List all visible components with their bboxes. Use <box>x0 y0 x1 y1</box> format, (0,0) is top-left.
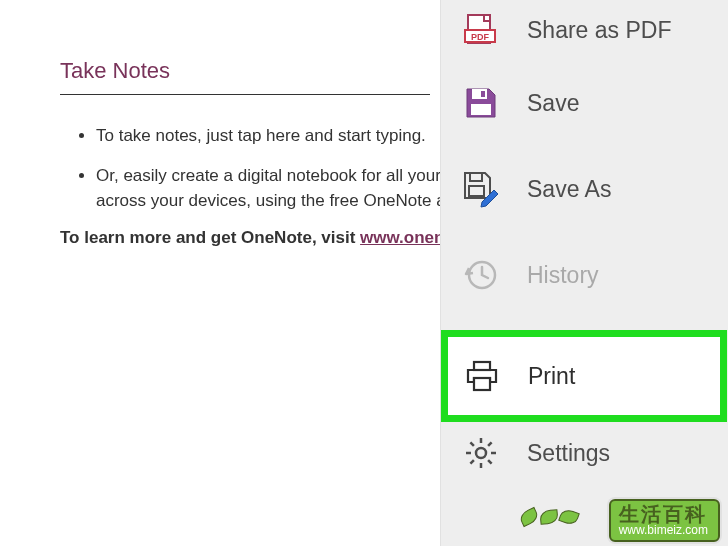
menu-item-label: Save As <box>527 176 728 203</box>
save-as-icon <box>461 169 501 209</box>
app-menu-panel: PDF Share as PDF Save Save As <box>440 0 728 546</box>
svg-text:PDF: PDF <box>471 32 490 42</box>
svg-line-14 <box>470 442 474 446</box>
svg-line-16 <box>470 460 474 464</box>
svg-line-17 <box>488 442 492 446</box>
menu-item-label: Save <box>527 90 728 117</box>
menu-item-settings[interactable]: Settings <box>441 410 728 496</box>
pdf-icon: PDF <box>461 10 501 50</box>
svg-rect-4 <box>481 91 485 97</box>
svg-rect-6 <box>470 173 482 181</box>
print-icon <box>462 356 502 396</box>
svg-rect-7 <box>469 186 484 196</box>
history-icon <box>461 255 501 295</box>
settings-icon <box>461 433 501 473</box>
menu-item-label: Print <box>528 363 575 390</box>
svg-rect-19 <box>474 378 490 390</box>
menu-item-print[interactable]: Print <box>441 330 727 422</box>
watermark-title: 生活百科 <box>619 504 708 524</box>
watermark-leaves <box>520 510 578 524</box>
menu-item-label: History <box>527 262 728 289</box>
menu-item-label: Share as PDF <box>527 17 728 44</box>
svg-point-9 <box>476 448 486 458</box>
watermark-url: www.bimeiz.com <box>619 524 708 537</box>
menu-item-save[interactable]: Save <box>441 60 728 146</box>
svg-line-15 <box>488 460 492 464</box>
menu-item-label: Settings <box>527 440 728 467</box>
save-icon <box>461 83 501 123</box>
menu-item-history: History <box>441 232 728 318</box>
title-underline <box>60 94 430 95</box>
learn-more-prefix: To learn more and get OneNote, visit <box>60 228 360 247</box>
menu-item-save-as[interactable]: Save As <box>441 146 728 232</box>
svg-rect-18 <box>474 362 490 370</box>
svg-rect-5 <box>471 104 491 115</box>
menu-item-share-as-pdf[interactable]: PDF Share as PDF <box>441 0 728 60</box>
watermark-badge: 生活百科 www.bimeiz.com <box>609 499 720 542</box>
